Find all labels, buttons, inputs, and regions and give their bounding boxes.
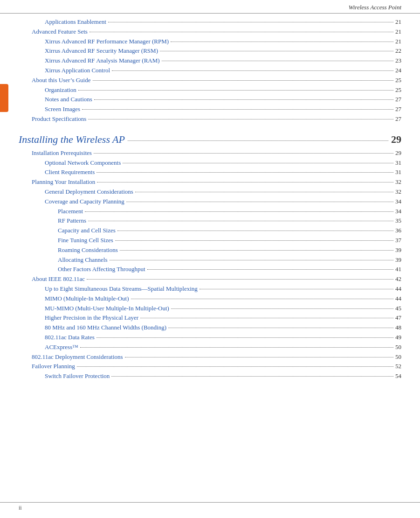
toc-entry-text: MU-MIMO (Multi-User Multiple-In Multiple… [45, 304, 169, 314]
toc-dots [90, 32, 393, 32]
page-header: Wireless Access Point [0, 0, 420, 14]
page-footer: ii [0, 502, 420, 513]
toc-entry-num: 23 [395, 56, 401, 66]
toc-dots [87, 279, 393, 280]
toc-entry-num: 25 [395, 85, 401, 95]
toc-content: Applications Enablement21Advanced Featur… [0, 14, 420, 400]
toc-entry-num: 36 [395, 226, 401, 236]
toc-entry-num: 44 [395, 284, 401, 294]
toc-entries-group1: Applications Enablement21Advanced Featur… [19, 17, 401, 124]
left-tab-decoration [0, 84, 8, 112]
toc-entry-num: 39 [395, 245, 401, 255]
toc-dots [168, 328, 393, 328]
toc-row: RF Patterns35 [19, 216, 401, 226]
toc-entry-text: Screen Images [45, 105, 80, 114]
toc-row: Capacity and Cell Sizes36 [19, 226, 401, 236]
toc-entry-text: Xirrus Advanced RF Security Manager (RSM… [45, 46, 158, 56]
toc-entry-num: 32 [395, 187, 401, 197]
toc-entry-text: Installation Prerequisites [32, 148, 92, 158]
toc-entry-text: Higher Precision in the Physical Layer [45, 313, 138, 323]
toc-entry-text: Organization [45, 85, 76, 95]
toc-dots [140, 318, 393, 318]
toc-entry-text: RF Patterns [58, 216, 86, 226]
toc-entry-text: Up to Eight Simultaneous Data Streams—Sp… [45, 284, 198, 294]
toc-entry-text: 802.11ac Data Rates [45, 333, 95, 343]
toc-dots [82, 109, 393, 110]
toc-entry-text: About this User’s Guide [32, 76, 91, 85]
toc-dots [78, 90, 393, 91]
toc-entry-text: Switch Failover Protection [45, 371, 110, 381]
toc-row: Higher Precision in the Physical Layer47 [19, 313, 401, 323]
toc-entry-text: MIMO (Multiple-In Multiple-Out) [45, 294, 129, 304]
toc-dots [94, 153, 393, 154]
toc-entry-num: 54 [395, 371, 401, 381]
toc-entry-num: 35 [395, 216, 401, 226]
toc-row: General Deployment Considerations32 [19, 187, 401, 197]
toc-row: Product Specifications27 [19, 114, 401, 124]
toc-entry-text: Xirrus Application Control [45, 66, 110, 76]
toc-entry-num: 21 [395, 37, 401, 47]
toc-entry-num: 34 [395, 207, 401, 217]
toc-row: 802.11ac Data Rates49 [19, 333, 401, 343]
toc-entry-text: Planning Your Installation [32, 177, 95, 187]
toc-dots [96, 172, 393, 173]
toc-entry-num: 42 [395, 274, 401, 284]
toc-row: Other Factors Affecting Throughput41 [19, 265, 401, 274]
toc-entry-text: Applications Enablement [45, 17, 106, 27]
toc-entry-num: 41 [395, 265, 401, 274]
toc-entry-text: Fine Tuning Cell Sizes [58, 236, 113, 245]
toc-row: Organization25 [19, 85, 401, 95]
toc-entry-num: 50 [395, 352, 401, 362]
toc-entry-text: Client Requirements [45, 168, 95, 177]
toc-entry-text: Roaming Considerations [58, 245, 118, 255]
toc-entry-num: 49 [395, 333, 401, 343]
toc-dots [160, 51, 393, 51]
toc-dots [80, 347, 393, 348]
toc-dots [117, 231, 393, 231]
toc-entry-num: 27 [395, 114, 401, 124]
toc-entry-num: 21 [395, 27, 401, 37]
toc-entry-num: 34 [395, 197, 401, 207]
toc-dots [147, 269, 393, 270]
toc-dots [115, 240, 393, 241]
toc-row: Up to Eight Simultaneous Data Streams—Sp… [19, 284, 401, 294]
toc-entry-num: 22 [395, 46, 401, 56]
toc-entry-num: 29 [395, 148, 401, 158]
toc-entry-text: 80 MHz and 160 MHz Channel Widths (Bondi… [45, 323, 166, 333]
section-heading-num: 29 [391, 133, 401, 146]
toc-dots [131, 299, 393, 299]
toc-row: MU-MIMO (Multi-User Multiple-In Multiple… [19, 304, 401, 314]
toc-entry-num: 44 [395, 294, 401, 304]
toc-entry-num: 27 [395, 95, 401, 105]
toc-dots [111, 376, 393, 377]
toc-entry-num: 31 [395, 168, 401, 177]
toc-entry-text: Xirrus Advanced RF Analysis Manager (RAM… [45, 56, 160, 66]
toc-dots [171, 308, 393, 309]
toc-row: Roaming Considerations39 [19, 245, 401, 255]
toc-dots [93, 80, 393, 81]
toc-dots [171, 42, 393, 42]
toc-row: About this User’s Guide25 [19, 76, 401, 85]
toc-row: Installation Prerequisites29 [19, 148, 401, 158]
header-title: Wireless Access Point [349, 4, 401, 11]
toc-entry-num: 39 [395, 255, 401, 265]
toc-entry-num: 27 [395, 105, 401, 114]
page-number: ii [19, 504, 22, 511]
toc-entry-text: Allocating Channels [58, 255, 108, 265]
section-heading-dots [128, 140, 388, 141]
toc-entry-num: 48 [395, 323, 401, 333]
toc-row: Optional Network Components31 [19, 158, 401, 168]
toc-dots [77, 366, 393, 367]
toc-entry-num: 50 [395, 343, 401, 352]
toc-row: 80 MHz and 160 MHz Channel Widths (Bondi… [19, 323, 401, 333]
toc-row: ACExpress™50 [19, 343, 401, 352]
toc-row: Notes and Cautions27 [19, 95, 401, 105]
toc-entry-num: 45 [395, 304, 401, 314]
toc-entry-text: About IEEE 802.11ac [32, 274, 85, 284]
toc-entry-num: 24 [395, 66, 401, 76]
toc-row: About IEEE 802.11ac42 [19, 274, 401, 284]
toc-row: MIMO (Multiple-In Multiple-Out)44 [19, 294, 401, 304]
toc-entry-text: Optional Network Components [45, 158, 121, 168]
toc-entry-text: Capacity and Cell Sizes [58, 226, 116, 236]
toc-dots [88, 221, 393, 221]
